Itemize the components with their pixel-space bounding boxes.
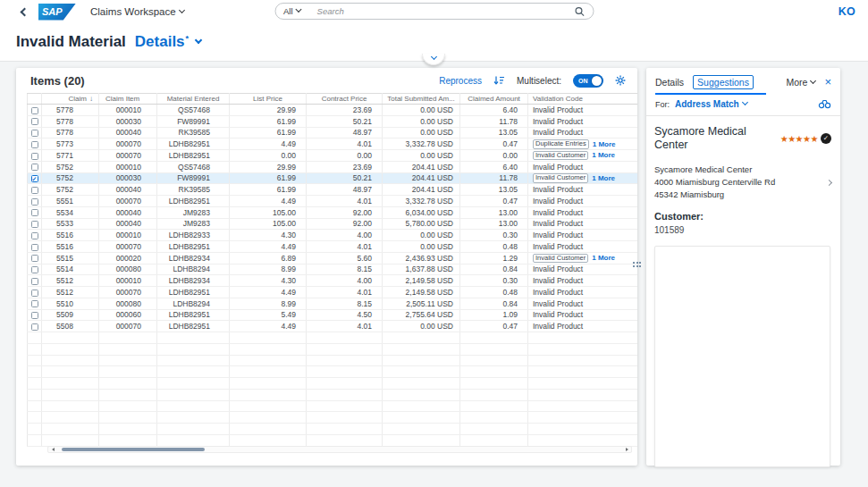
back-button[interactable] (21, 9, 28, 15)
reprocess-button[interactable]: Reprocess (439, 76, 482, 86)
sort-filter-button[interactable] (493, 75, 505, 86)
row-checkbox[interactable] (31, 232, 38, 239)
row-checkbox[interactable]: ✓ (31, 175, 38, 182)
table-row[interactable]: 5514000080LDHB82948.998.151,637.88 USD0.… (28, 264, 638, 275)
row-checkbox[interactable] (31, 130, 38, 137)
items-table-body: 5778000010QS5746829.9923.690.00 USD6.40I… (28, 105, 638, 447)
multiselect-label: Multiselect: (517, 76, 561, 86)
table-row[interactable]: ✓5752000030FW8999161.9950.21204.41 USD11… (28, 172, 638, 184)
column-header[interactable]: Validation Code (528, 94, 638, 105)
table-row[interactable]: 5778000010QS5746829.9923.690.00 USD6.40I… (28, 105, 638, 116)
column-header[interactable]: Material Entered (157, 94, 230, 105)
cell-material: LDHB8294 (157, 298, 230, 309)
match-type-select[interactable]: Address Match (675, 99, 747, 109)
table-row[interactable]: 5510000080LDHB82948.998.152,505.11 USD0.… (28, 298, 638, 309)
table-row[interactable]: 5516000010LDHB829334.304.000.00 USD0.30I… (28, 230, 638, 241)
cell-contract: 48.97 (307, 127, 383, 139)
table-row[interactable]: 5515000020LDHB829346.895.602,436.93 USD1… (28, 252, 638, 264)
table-row[interactable]: 5508000070LDHB829514.494.010.00 USD0.47I… (28, 321, 638, 332)
column-header[interactable]: Claim Item (99, 94, 157, 105)
table-row[interactable]: 5533000040JM9283105.0092.005,780.00 USD1… (28, 218, 638, 230)
sap-logo: SAP (38, 4, 76, 21)
binoculars-icon (818, 99, 831, 109)
row-checkbox[interactable] (31, 153, 38, 160)
row-checkbox[interactable] (31, 209, 38, 216)
table-row[interactable]: 5509000060LDHB829515.494.502,755.64 USD1… (28, 309, 638, 321)
table-row[interactable]: 5534000040JM9283105.0092.006,034.00 USD1… (28, 206, 638, 218)
row-checkbox[interactable] (31, 323, 38, 331)
table-row[interactable]: 5778000030FW8999161.9950.210.00 USD11.78… (28, 115, 638, 127)
table-row[interactable]: 5516000070LDHB829514.494.010.00 USD0.48I… (28, 241, 638, 253)
cell-list: 61.99 (230, 127, 307, 139)
table-row[interactable]: 5771000070LDHB829510.000.000.00 USD0.00I… (28, 150, 638, 162)
cell-material: LDHB82934 (157, 252, 230, 264)
multiselect-toggle[interactable]: ON (573, 74, 603, 88)
address-list-item[interactable]: Sycamore Medical Center 4000 Miamisburg … (654, 164, 831, 201)
splitter-grip[interactable] (633, 257, 641, 272)
column-header[interactable]: Total Submitted Am... (383, 94, 460, 105)
cell-claimed: 0.30 (460, 230, 528, 241)
suggestion-detail-placeholder (654, 246, 830, 467)
column-header[interactable]: Claim↓ (42, 94, 99, 105)
scroll-left-button[interactable] (48, 447, 57, 452)
row-checkbox[interactable] (31, 118, 38, 125)
row-checkbox[interactable] (31, 278, 38, 285)
table-row[interactable]: 5512000070LDHB829514.494.012,149.58 USD0… (28, 287, 638, 298)
more-validations-link[interactable]: 1 More (592, 174, 615, 182)
row-checkbox[interactable] (31, 300, 38, 307)
search-bar[interactable]: All Search (274, 3, 594, 20)
search-scope-select[interactable]: All (283, 6, 301, 16)
cell-submitted: 6,034.00 USD (383, 206, 460, 218)
tab-details[interactable]: Details (655, 77, 684, 88)
row-checkbox[interactable] (31, 266, 38, 273)
row-checkbox[interactable] (31, 244, 38, 251)
table-row[interactable]: 5773000070LDHB829514.494.013,332.78 USD0… (28, 139, 638, 150)
cell-material: FW89991 (157, 172, 230, 184)
cell-claim: 5773 (42, 139, 99, 150)
cell-item: 000070 (99, 287, 157, 298)
table-row[interactable]: 5551000070LDHB829514.494.013,332.78 USD0… (28, 196, 638, 207)
table-row[interactable]: 5752000010QS5746829.9923.69204.41 USD6.4… (28, 161, 638, 172)
cell-list: 8.99 (230, 264, 307, 275)
row-checkbox[interactable] (31, 255, 38, 262)
scrollbar-track[interactable] (57, 447, 622, 452)
table-settings-button[interactable] (615, 75, 626, 86)
more-validations-link[interactable]: 1 More (592, 254, 615, 262)
scrollbar-thumb[interactable] (62, 448, 205, 451)
close-panel-button[interactable]: × (824, 77, 831, 88)
row-checkbox[interactable] (31, 290, 38, 297)
row-checkbox[interactable] (31, 312, 38, 319)
search-button[interactable] (574, 6, 585, 17)
row-checkbox[interactable] (31, 141, 38, 148)
horizontal-scrollbar[interactable] (47, 446, 632, 453)
inspect-button[interactable] (818, 99, 831, 109)
avatar[interactable]: KO (839, 5, 855, 18)
more-validations-link[interactable]: 1 More (592, 151, 615, 159)
scroll-right-button[interactable] (622, 447, 631, 452)
column-header[interactable]: List Price (230, 94, 307, 105)
row-checkbox[interactable] (31, 187, 38, 194)
app-title-menu[interactable]: Claims Workspace (90, 6, 184, 17)
app-title-label: Claims Workspace (90, 6, 176, 17)
row-checkbox[interactable] (31, 107, 38, 114)
column-header[interactable]: Claimed Amount (460, 94, 528, 105)
cell-validation: Invalid Product (528, 161, 638, 172)
content-area: Items (20) Reprocess Multiselect: ON (0, 61, 868, 487)
row-checkbox[interactable] (31, 198, 38, 206)
verified-badge-icon: ✓ (821, 133, 831, 144)
table-row[interactable]: 5752000040RK3958561.9948.97204.41 USD13.… (28, 184, 638, 196)
tab-suggestions[interactable]: Suggestions (693, 75, 754, 89)
variant-selector[interactable]: Details * (135, 33, 201, 51)
row-checkbox[interactable] (31, 164, 38, 171)
search-input[interactable]: Search (317, 6, 344, 16)
row-checkbox[interactable] (31, 221, 38, 228)
column-header[interactable]: Contract Price (307, 94, 383, 105)
more-button[interactable]: More (786, 77, 815, 88)
cell-submitted: 204.41 USD (383, 161, 460, 172)
cell-claimed: 0.30 (460, 275, 528, 287)
table-row[interactable]: 5778000040RK3958561.9948.970.00 USD13.05… (28, 127, 638, 139)
cell-material: LDHB82933 (157, 230, 230, 241)
table-row[interactable]: 5512000010LDHB829344.304.002,149.58 USD0… (28, 275, 638, 287)
cell-contract: 50.21 (307, 172, 383, 184)
more-validations-link[interactable]: 1 More (593, 140, 616, 148)
